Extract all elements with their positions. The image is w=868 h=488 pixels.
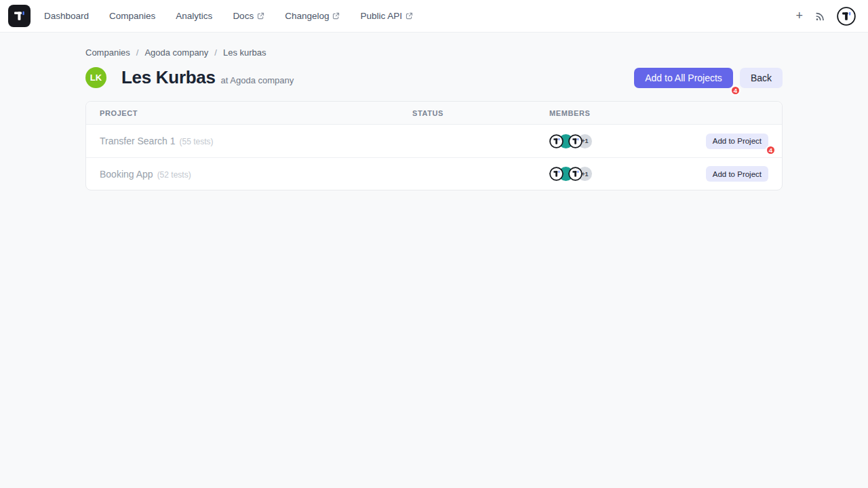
breadcrumb: Companies / Agoda company / Les kurbas xyxy=(85,47,783,58)
nav-analytics[interactable]: Analytics xyxy=(176,11,212,21)
project-tests-count: (55 tests) xyxy=(180,137,214,146)
user-initials-avatar: LK xyxy=(85,67,106,88)
user-avatar[interactable] xyxy=(837,7,856,26)
column-header-members: MEMBERS xyxy=(549,109,768,117)
nav-dashboard[interactable]: Dashboard xyxy=(44,11,89,21)
nav-analytics-label: Analytics xyxy=(176,11,212,21)
breadcrumb-separator: / xyxy=(214,47,217,58)
top-navbar: Dashboard Companies Analytics Docs Chang… xyxy=(0,0,868,33)
plus-icon: + xyxy=(795,9,803,23)
table-header-row: PROJECT STATUS MEMBERS xyxy=(86,102,782,125)
breadcrumb-separator: / xyxy=(136,47,139,58)
breadcrumb-agoda-company[interactable]: Agoda company xyxy=(144,47,208,58)
nav-docs[interactable]: Docs xyxy=(233,11,264,21)
nav-docs-label: Docs xyxy=(233,11,254,21)
add-to-project-label: Add to Project xyxy=(713,170,762,178)
nav-public-api-label: Public API xyxy=(360,11,402,21)
add-to-all-projects-label: Add to All Projects xyxy=(645,73,722,83)
breadcrumb-companies[interactable]: Companies xyxy=(85,47,130,58)
add-to-all-projects-button[interactable]: Add to All Projects 4 xyxy=(634,68,733,88)
external-link-icon xyxy=(406,12,413,20)
member-avatar-logo-icon xyxy=(568,167,583,181)
plus-button[interactable]: + xyxy=(795,9,803,23)
t-logo-avatar-icon xyxy=(837,7,856,26)
external-link-icon xyxy=(332,12,340,20)
app-logo[interactable] xyxy=(8,5,31,27)
member-avatar-logo-icon xyxy=(549,134,564,148)
t-logo-icon xyxy=(12,9,26,23)
page-header: LK Les Kurbas at Agoda company Add to Al… xyxy=(85,67,783,88)
nav-dashboard-label: Dashboard xyxy=(44,11,89,21)
breadcrumb-current[interactable]: Les kurbas xyxy=(223,47,267,58)
back-button[interactable]: Back xyxy=(740,68,783,88)
notification-badge: 4 xyxy=(730,85,741,96)
add-to-project-button[interactable]: Add to Project xyxy=(706,134,768,149)
add-to-project-label: Add to Project xyxy=(713,137,762,145)
add-to-project-button[interactable]: Add to Project xyxy=(706,166,768,182)
projects-table: PROJECT STATUS MEMBERS Transfer Search 1… xyxy=(85,101,783,190)
member-avatar-logo-icon xyxy=(568,134,583,148)
page-title: Les Kurbas xyxy=(121,67,216,88)
column-header-project: PROJECT xyxy=(100,109,412,117)
project-name: Transfer Search 1 xyxy=(100,136,176,146)
project-tests-count: (52 tests) xyxy=(157,170,191,180)
members-avatars: +1 xyxy=(549,134,706,148)
nav-companies-label: Companies xyxy=(109,11,155,21)
member-avatar-logo-icon xyxy=(549,167,564,181)
nav-companies[interactable]: Companies xyxy=(109,11,155,21)
column-header-status: STATUS xyxy=(412,109,549,117)
feed-icon xyxy=(814,11,825,22)
members-avatars: +1 xyxy=(549,167,706,181)
feed-button[interactable] xyxy=(814,11,825,22)
nav-changelog[interactable]: Changelog xyxy=(285,11,340,21)
nav-public-api[interactable]: Public API xyxy=(360,11,413,21)
external-link-icon xyxy=(257,12,264,20)
table-row: Transfer Search 1 (55 tests) xyxy=(86,125,782,157)
notification-badge: 4 xyxy=(766,145,776,155)
table-row: Booking App (52 tests) xyxy=(86,157,782,190)
nav-changelog-label: Changelog xyxy=(285,11,329,21)
page-subtitle: at Agoda company xyxy=(221,75,294,85)
project-name: Booking App xyxy=(100,169,153,180)
